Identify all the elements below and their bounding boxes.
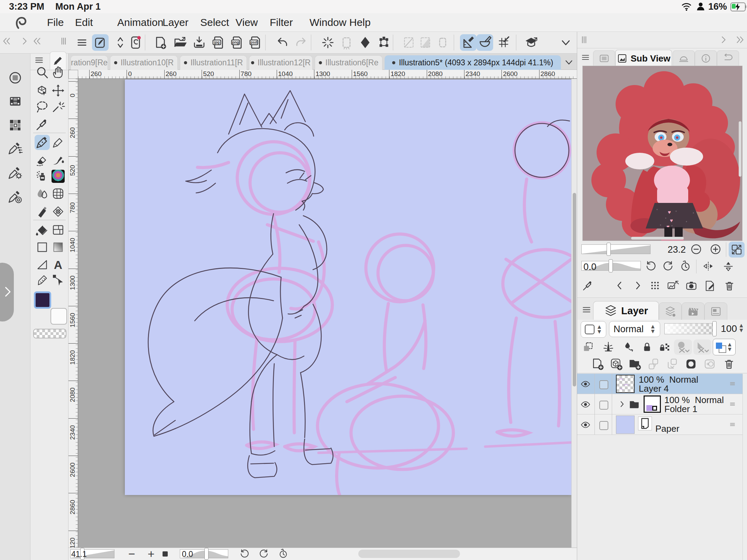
redo-button[interactable]	[293, 34, 310, 51]
brush-size-panel-icon[interactable]	[8, 189, 23, 205]
export-jpg-button[interactable]: jpg	[210, 34, 227, 51]
menu-window[interactable]: Window	[310, 13, 347, 32]
tool-pencil[interactable]	[50, 135, 66, 150]
sub-view-rotation-handle[interactable]	[609, 259, 613, 272]
layer-visibility-icon[interactable]	[580, 420, 591, 430]
rotate-cw-icon[interactable]	[259, 549, 269, 559]
clip-studio-button[interactable]	[127, 34, 144, 51]
next-image-icon[interactable]	[632, 280, 644, 291]
blend-mode-dropdown[interactable]: Normal ▲▼	[609, 321, 660, 337]
tool-blend[interactable]	[35, 186, 50, 201]
menu-edit[interactable]: Edit	[75, 13, 93, 32]
delete-layer-icon[interactable]	[722, 357, 736, 371]
tutorial-button[interactable]	[523, 34, 540, 51]
fit-to-view-button[interactable]	[729, 242, 745, 258]
rotate-ccw-icon[interactable]	[239, 549, 250, 559]
folder-expand-icon[interactable]	[617, 400, 626, 409]
tool-ruler[interactable]	[35, 272, 50, 288]
tool-object[interactable]	[50, 272, 66, 288]
snap-grid-button[interactable]	[495, 34, 512, 51]
draft-layer-icon[interactable]	[622, 341, 635, 353]
tool-pan[interactable]	[50, 65, 66, 80]
layer-visibility-icon[interactable]	[580, 399, 591, 410]
tool-pen[interactable]	[35, 135, 50, 150]
layer-menu-icon[interactable]	[581, 304, 592, 316]
reset-rotation-icon[interactable]	[680, 260, 691, 272]
menu-animation[interactable]: Animation	[117, 13, 163, 32]
layer-checkbox[interactable]	[599, 421, 608, 430]
clipping-mask-icon[interactable]	[582, 341, 594, 353]
tool-frame-border[interactable]	[50, 222, 66, 237]
new-canvas-button[interactable]	[152, 34, 169, 51]
menu-view[interactable]: View	[236, 13, 258, 32]
animation-cels-panel-icon[interactable]	[8, 94, 23, 109]
tool-move-layer[interactable]	[50, 83, 66, 98]
layer-thumbnail[interactable]	[644, 395, 661, 413]
tool-property-panel-icon[interactable]	[8, 166, 23, 181]
new-vector-layer-icon[interactable]	[610, 357, 623, 371]
camera-icon[interactable]	[685, 280, 698, 292]
layer-drag-handle[interactable]	[727, 421, 738, 428]
transform-button[interactable]	[376, 34, 392, 51]
lock-transparent-icon[interactable]	[658, 341, 671, 353]
tool-correct-line[interactable]	[35, 204, 50, 219]
tab-info[interactable]	[695, 50, 717, 66]
layer-visibility-icon[interactable]	[580, 379, 591, 389]
tool-zoom[interactable]	[35, 65, 50, 80]
edge-pull-handle[interactable]	[0, 263, 14, 321]
doc-tab-3[interactable]: Illustration11[R	[180, 55, 247, 70]
doc-tab-6[interactable]: Illustration5* (4093 x 2894px 144dpi 41.…	[385, 55, 561, 70]
quick-access-panel-icon[interactable]	[8, 70, 23, 85]
edit-image-icon[interactable]	[704, 280, 716, 292]
collapse-left-icon[interactable]	[1, 36, 12, 46]
enable-ruler-button[interactable]	[693, 339, 711, 355]
layer-drag-handle[interactable]	[727, 380, 738, 388]
tool-airbrush[interactable]	[35, 169, 50, 184]
export-psd-button[interactable]: psd	[247, 34, 264, 51]
eyedropper-icon[interactable]	[582, 280, 594, 291]
canvas-vscrollbar[interactable]	[571, 79, 577, 548]
paper-texture-button[interactable]: ▲▼	[581, 321, 606, 338]
menu-select[interactable]: Select	[200, 13, 229, 32]
canvas-paper[interactable]	[125, 80, 571, 495]
layer-mask-icon[interactable]	[684, 357, 698, 371]
enable-mask-button[interactable]	[674, 339, 692, 355]
lock-layer-icon[interactable]	[641, 341, 653, 353]
tool-selection[interactable]	[35, 99, 50, 114]
transparent-color-swatch[interactable]	[33, 329, 66, 338]
process-indicator-button[interactable]	[320, 34, 336, 51]
tab-layer-property[interactable]	[659, 302, 682, 320]
tab-overflow-button[interactable]	[563, 56, 575, 68]
menu-layer[interactable]: Layer	[163, 13, 188, 32]
toolbar-collapse-button[interactable]	[557, 34, 574, 51]
merge-down-icon[interactable]	[666, 357, 679, 371]
new-raster-layer-icon[interactable]	[591, 357, 604, 371]
tab-layer[interactable]: Layer	[593, 301, 659, 320]
sub-view-zoom-handle[interactable]	[607, 243, 611, 256]
sub-view-hscroll-thumb[interactable]	[631, 237, 684, 240]
undo-button[interactable]	[274, 34, 290, 51]
save-file-button[interactable]	[191, 34, 208, 51]
tool-polyline[interactable]	[35, 257, 50, 272]
sub-view-zoom-slider[interactable]	[581, 244, 651, 254]
sub-view-menu-icon[interactable]	[580, 52, 591, 63]
collapse-palette-icon[interactable]	[32, 36, 42, 46]
transfer-down-icon[interactable]	[647, 357, 660, 371]
snap-perspective-button[interactable]	[417, 34, 434, 51]
layer-checkbox[interactable]	[599, 380, 608, 389]
rotate-cw-icon[interactable]	[662, 260, 674, 272]
zoom-in-icon[interactable]: +	[146, 549, 156, 559]
layer-row-paper[interactable]: Paper	[577, 414, 743, 435]
zoom-out-icon[interactable]: −	[127, 549, 137, 559]
delete-image-icon[interactable]	[723, 280, 736, 292]
expand-right-icon[interactable]	[19, 36, 30, 46]
layer-row-layer-4[interactable]: 100 % NormalLayer 4	[577, 374, 743, 394]
tool-operation[interactable]	[35, 83, 50, 98]
canvas-vscroll-thumb[interactable]	[573, 193, 576, 386]
tab-sub-view[interactable]: Sub View	[615, 50, 672, 67]
layer-color-button[interactable]: ▲▼	[713, 339, 736, 355]
tool-brush[interactable]	[50, 152, 66, 167]
zoom-out-icon[interactable]	[690, 243, 702, 255]
tab-history[interactable]	[717, 50, 739, 66]
layer-row-folder-1[interactable]: 100 % NormalFolder 1	[577, 394, 743, 414]
